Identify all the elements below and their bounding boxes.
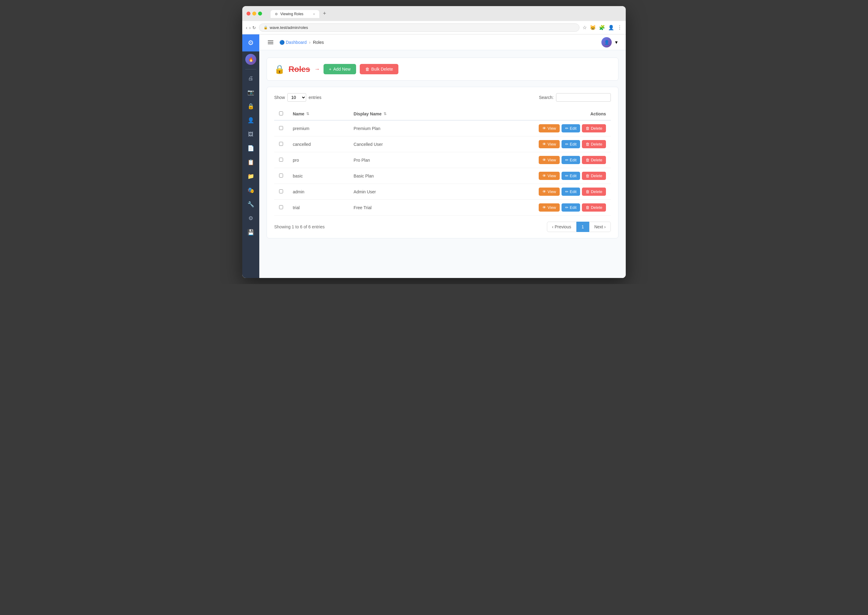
- user-avatar-sidebar[interactable]: 🔥: [245, 54, 256, 65]
- top-nav: 🔵 Dashboard › Roles 👤 ▼: [259, 34, 626, 50]
- delete-button-3[interactable]: 🗑 Delete: [582, 172, 606, 180]
- bulk-delete-button[interactable]: 🗑 Bulk Delete: [360, 64, 399, 74]
- row-checkbox-2[interactable]: [279, 158, 283, 162]
- delete-button-4[interactable]: 🗑 Delete: [582, 187, 606, 196]
- edit-button-0[interactable]: ✏ Edit: [561, 124, 580, 133]
- sidebar-logo[interactable]: ⚙: [242, 34, 259, 52]
- edit-icon-3: ✏: [565, 173, 569, 178]
- row-checkbox-cell: [274, 152, 288, 168]
- delete-button-5[interactable]: 🗑 Delete: [582, 203, 606, 212]
- edit-button-2[interactable]: ✏ Edit: [561, 156, 580, 164]
- view-icon-4: 👁: [542, 189, 546, 194]
- edit-button-3[interactable]: ✏ Edit: [561, 172, 580, 180]
- menu-icon[interactable]: ⋮: [617, 25, 622, 30]
- view-button-3[interactable]: 👁 View: [539, 172, 560, 180]
- new-tab-button[interactable]: +: [320, 9, 329, 18]
- tab-title: Viewing Roles: [280, 12, 304, 16]
- sidebar-item-folder[interactable]: 📁: [245, 170, 257, 183]
- sidebar-item-database[interactable]: 💾: [245, 226, 257, 239]
- page-lock-icon: 🔒: [274, 64, 285, 74]
- edit-icon-5: ✏: [565, 205, 569, 210]
- table-row: trial Free Trial 👁 View ✏ Edit 🗑 Delete: [274, 200, 611, 215]
- previous-button[interactable]: ‹ Previous: [547, 222, 577, 232]
- hamburger-menu[interactable]: [266, 39, 274, 45]
- sidebar-item-file[interactable]: 📋: [245, 156, 257, 169]
- row-checkbox-0[interactable]: [279, 126, 283, 130]
- breadcrumb-current: Roles: [313, 40, 324, 45]
- display-name-sort-icon[interactable]: ⇅: [383, 112, 386, 116]
- row-display-name-0: Premium Plan: [349, 120, 442, 136]
- delete-button-1[interactable]: 🗑 Delete: [582, 140, 606, 148]
- sidebar-item-print[interactable]: 🖨: [245, 72, 257, 84]
- row-checkbox-4[interactable]: [279, 189, 283, 194]
- edit-button-4[interactable]: ✏ Edit: [561, 187, 580, 196]
- search-area: Search:: [539, 93, 611, 102]
- select-all-checkbox[interactable]: [279, 111, 283, 116]
- sidebar-item-settings[interactable]: ⚙: [245, 212, 257, 225]
- row-checkbox-3[interactable]: [279, 173, 283, 178]
- edit-icon-2: ✏: [565, 158, 569, 162]
- delete-button-0[interactable]: 🗑 Delete: [582, 124, 606, 133]
- view-icon-0: 👁: [542, 126, 546, 131]
- profile-icon[interactable]: 👤: [608, 25, 614, 30]
- search-input[interactable]: [556, 93, 611, 102]
- view-icon-1: 👁: [542, 142, 546, 147]
- add-icon: +: [329, 67, 332, 72]
- view-icon-2: 👁: [542, 158, 546, 162]
- close-button[interactable]: [246, 12, 251, 16]
- view-button-2[interactable]: 👁 View: [539, 156, 560, 164]
- roles-table: Name ⇅ Display Name ⇅: [274, 108, 611, 215]
- view-icon-5: 👁: [542, 205, 546, 210]
- ssl-lock-icon: 🔒: [263, 26, 268, 30]
- row-display-name-4: Admin User: [349, 184, 442, 200]
- edit-icon-4: ✏: [565, 189, 569, 194]
- top-nav-right: 👤 ▼: [602, 37, 619, 47]
- sidebar-item-lock[interactable]: 🔒: [245, 100, 257, 112]
- sidebar-item-image[interactable]: 🖼: [245, 128, 257, 140]
- entries-select[interactable]: 10 25 50 100: [287, 93, 306, 102]
- address-bar[interactable]: 🔒 wave.test/admin/roles: [259, 23, 580, 32]
- bookmark-icon[interactable]: ☆: [583, 25, 587, 30]
- page-1-button[interactable]: 1: [577, 222, 589, 232]
- row-checkbox-cell: [274, 168, 288, 184]
- breadcrumb-dashboard[interactable]: 🔵 Dashboard: [279, 40, 307, 45]
- logo-icon: ⚙: [248, 39, 254, 47]
- edit-button-5[interactable]: ✏ Edit: [561, 203, 580, 212]
- add-new-button[interactable]: + Add New: [324, 64, 356, 74]
- sidebar-item-tools[interactable]: 🔧: [245, 198, 257, 211]
- main-content: 🔒 Roles → + Add New 🗑 Bulk Delete: [259, 50, 626, 278]
- tab-close-button[interactable]: ×: [313, 12, 315, 16]
- user-dropdown-arrow[interactable]: ▼: [614, 40, 619, 45]
- row-checkbox-1[interactable]: [279, 142, 283, 146]
- url-text: wave.test/admin/roles: [270, 25, 308, 30]
- next-button[interactable]: Next ›: [589, 222, 611, 232]
- forward-button[interactable]: ›: [249, 25, 251, 30]
- row-display-name-1: Cancelled User: [349, 136, 442, 152]
- edit-icon-1: ✏: [565, 142, 569, 147]
- view-button-0[interactable]: 👁 View: [539, 124, 560, 133]
- sidebar-item-user[interactable]: 👤: [245, 114, 257, 126]
- view-button-5[interactable]: 👁 View: [539, 203, 560, 212]
- active-tab[interactable]: ⚙ Viewing Roles ×: [271, 10, 319, 18]
- view-button-4[interactable]: 👁 View: [539, 187, 560, 196]
- view-button-1[interactable]: 👁 View: [539, 140, 560, 148]
- sidebar-item-masks[interactable]: 🎭: [245, 184, 257, 197]
- table-controls: Show 10 25 50 100 entries Search:: [274, 93, 611, 102]
- row-actions-0: 👁 View ✏ Edit 🗑 Delete: [442, 120, 611, 136]
- edit-button-1[interactable]: ✏ Edit: [561, 140, 580, 148]
- table-row: premium Premium Plan 👁 View ✏ Edit 🗑 Del…: [274, 120, 611, 136]
- back-button[interactable]: ‹: [246, 25, 248, 30]
- reload-button[interactable]: ↻: [252, 25, 256, 30]
- extensions-icon[interactable]: 🧩: [599, 25, 605, 30]
- delete-icon-5: 🗑: [586, 205, 589, 210]
- maximize-button[interactable]: [258, 12, 262, 16]
- delete-button-2[interactable]: 🗑 Delete: [582, 156, 606, 164]
- emoji-icon[interactable]: 😸: [590, 25, 596, 30]
- user-avatar-topnav[interactable]: 👤: [602, 37, 612, 47]
- traffic-lights: [246, 12, 262, 16]
- name-sort-icon[interactable]: ⇅: [306, 112, 309, 116]
- row-checkbox-5[interactable]: [279, 205, 283, 209]
- sidebar-item-camera[interactable]: 📷: [245, 86, 257, 98]
- sidebar-item-doc[interactable]: 📄: [245, 142, 257, 155]
- minimize-button[interactable]: [252, 12, 256, 16]
